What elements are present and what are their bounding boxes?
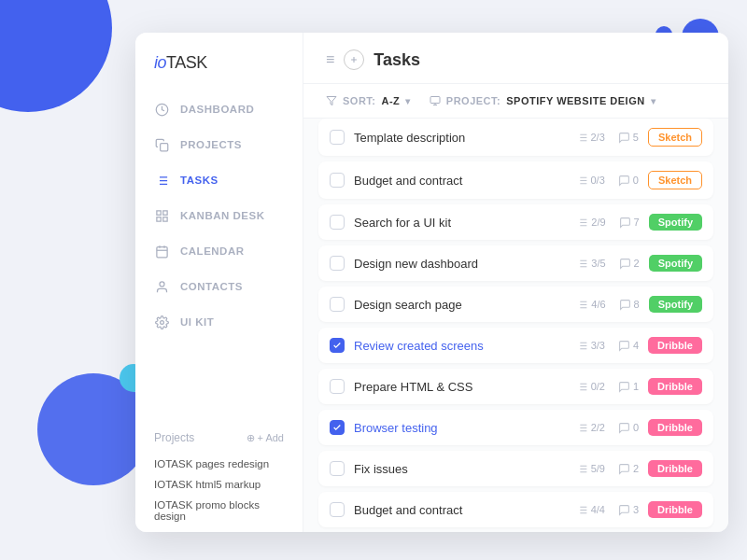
task-checkbox[interactable] <box>330 338 345 353</box>
add-task-icon[interactable] <box>344 49 364 70</box>
task-checkbox[interactable] <box>330 130 345 145</box>
project-filter[interactable]: PROJECT: SPOTIFY WEBSITE DEIGN ▾ <box>430 95 655 106</box>
comments-icon <box>618 504 630 516</box>
svg-rect-9 <box>162 210 166 214</box>
task-comments: 7 <box>619 217 640 229</box>
task-row: Prepare HTML & CSS 0/2 1 Dribble <box>318 369 713 404</box>
task-comments: 8 <box>619 299 640 311</box>
tasks-label: TASKS <box>180 175 218 186</box>
task-tag: Dribble <box>648 378 702 395</box>
task-subtasks: 3/5 <box>576 258 605 270</box>
task-comments: 2 <box>618 463 639 475</box>
subtasks-icon <box>576 217 588 229</box>
task-tag: Sketch <box>648 128 702 147</box>
task-checkbox[interactable] <box>330 461 345 476</box>
list-icon <box>154 173 169 188</box>
filter-bar: SORT: A-Z ▾ PROJECT: SPOTIFY WEBSITE DEI… <box>303 84 728 119</box>
comment-count: 4 <box>633 340 639 351</box>
comments-icon <box>618 381 630 393</box>
comment-count: 1 <box>633 381 639 392</box>
uikit-label: UI KIT <box>180 316 214 328</box>
task-meta: 3/3 4 <box>576 340 639 352</box>
task-checkbox[interactable] <box>330 502 345 517</box>
contacts-label: CONTACTS <box>180 281 243 292</box>
subtasks-icon <box>576 381 588 393</box>
add-project-button[interactable]: ⊕ + Add <box>247 432 284 444</box>
comments-icon <box>619 217 631 229</box>
task-meta: 2/2 0 <box>576 422 639 434</box>
comments-icon <box>618 132 630 144</box>
task-meta: 5/9 2 <box>576 463 639 475</box>
task-subtasks: 0/2 <box>576 381 605 393</box>
sidebar-item-tasks[interactable]: TASKS <box>135 162 303 198</box>
logo-area: ioTASK <box>135 33 303 91</box>
svg-rect-8 <box>156 210 160 214</box>
comment-count: 5 <box>633 132 639 143</box>
project-filter-icon <box>430 95 441 106</box>
copy-icon <box>154 137 169 152</box>
menu-icon[interactable]: ≡ <box>326 51 334 68</box>
comment-count: 3 <box>633 504 639 515</box>
task-comments: 2 <box>619 258 640 270</box>
app-container: ioTASK DASHBOARD PROJECTS <box>135 33 728 532</box>
sidebar-item-dashboard[interactable]: DASHBOARD <box>135 91 303 127</box>
task-checkbox[interactable] <box>330 173 345 188</box>
svg-rect-11 <box>156 217 160 220</box>
task-tag: Spotify <box>649 255 702 272</box>
projects-header: Projects ⊕ + Add <box>154 431 284 444</box>
sidebar-item-kanban[interactable]: KANBAN DESK <box>135 198 303 233</box>
task-meta: 2/9 7 <box>576 217 639 229</box>
task-name: Design new dashboard <box>354 257 567 271</box>
task-row: Search for a UI kit 2/9 7 Spotify <box>318 204 713 240</box>
task-row: Template description 2/3 5 Sketch <box>318 119 713 156</box>
sidebar: ioTASK DASHBOARD PROJECTS <box>135 33 303 532</box>
task-row: Fix issues 5/9 2 Dribble <box>318 451 713 486</box>
comments-icon <box>619 258 631 270</box>
task-checkbox[interactable] <box>330 379 345 394</box>
sidebar-item-contacts[interactable]: CONTACTS <box>135 269 303 304</box>
task-comments: 0 <box>618 422 639 434</box>
subtask-count: 2/3 <box>591 132 605 143</box>
comment-count: 7 <box>634 217 640 228</box>
task-checkbox[interactable] <box>330 297 345 312</box>
subtasks-icon <box>576 463 588 475</box>
task-row: Review created screens 3/3 4 Dribble <box>318 328 713 363</box>
subtask-count: 2/2 <box>591 422 605 433</box>
task-meta: 4/6 8 <box>576 299 639 311</box>
task-checkbox[interactable] <box>330 256 345 271</box>
dashboard-label: DASHBOARD <box>180 104 254 115</box>
sidebar-item-calendar[interactable]: CALENDAR <box>135 233 303 269</box>
sort-value: A-Z <box>382 95 401 106</box>
sidebar-item-uikit[interactable]: UI KIT <box>135 304 303 340</box>
comments-icon <box>618 463 630 475</box>
task-checkbox[interactable] <box>330 420 345 435</box>
comment-count: 2 <box>633 463 639 474</box>
task-tag: Dribble <box>648 337 702 354</box>
task-meta: 3/5 2 <box>576 258 639 270</box>
task-meta: 0/2 1 <box>576 381 639 393</box>
task-checkbox[interactable] <box>330 215 345 230</box>
sort-filter[interactable]: SORT: A-Z ▾ <box>326 95 411 106</box>
project-item-1[interactable]: IOTASK pages redesign <box>154 454 284 474</box>
add-icon: ⊕ <box>247 432 255 444</box>
task-tag: Dribble <box>648 460 702 477</box>
task-comments: 0 <box>618 175 639 187</box>
page-title: Tasks <box>374 50 420 70</box>
contacts-icon <box>154 279 169 294</box>
main-header: ≡ Tasks <box>303 33 728 84</box>
project-item-3[interactable]: IOTASK promo blocks design <box>154 495 284 526</box>
comments-icon <box>619 299 631 311</box>
task-name: Fix issues <box>354 462 567 476</box>
task-name: Browser testing <box>354 421 567 435</box>
subtask-count: 3/3 <box>591 340 605 351</box>
comments-icon <box>618 175 630 187</box>
subtask-count: 0/3 <box>591 175 605 186</box>
task-tag: Spotify <box>649 296 702 313</box>
task-subtasks: 4/4 <box>576 504 605 516</box>
project-item-2[interactable]: IOTASK html5 markup <box>154 474 284 495</box>
calendar-label: CALENDAR <box>180 245 245 257</box>
task-comments: 1 <box>618 381 639 393</box>
sidebar-item-projects[interactable]: PROJECTS <box>135 127 303 162</box>
subtask-count: 0/2 <box>591 381 605 392</box>
task-subtasks: 0/3 <box>576 175 605 187</box>
